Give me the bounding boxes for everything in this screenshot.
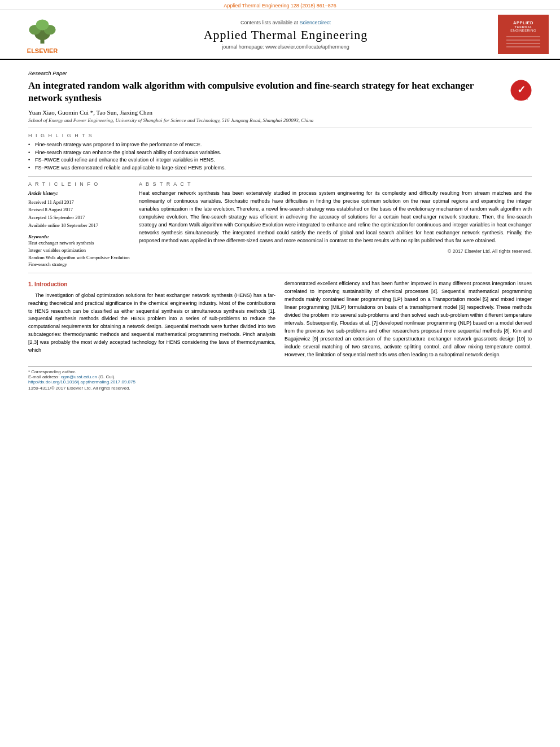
elsevier-tree-icon bbox=[23, 15, 62, 46]
issn-copyright: 1359-4311/© 2017 Elsevier Ltd. All right… bbox=[28, 386, 532, 391]
svg-text:CrossMark: CrossMark bbox=[514, 97, 528, 101]
corresponding-note: * Corresponding author. bbox=[28, 369, 76, 374]
cover-graphic bbox=[504, 32, 543, 49]
article-history: Article history: Received 11 April 2017 … bbox=[28, 190, 130, 229]
abstract-copyright: © 2017 Elsevier Ltd. All rights reserved… bbox=[139, 248, 532, 254]
paper-category-label: Research Paper bbox=[28, 70, 532, 76]
keyword-item: Heat exchanger network synthesis bbox=[28, 239, 130, 247]
doi-link[interactable]: http://dx.doi.org/10.1016/j.appthermalin… bbox=[28, 379, 532, 385]
email-label: E-mail address: bbox=[28, 374, 60, 379]
journal-title: Applied Thermal Engineering bbox=[73, 28, 498, 42]
paper-title-section: An integrated random walk algorithm with… bbox=[28, 80, 532, 104]
journal-cover-thumbnail: APPLIED THERMAL ENGINEERING bbox=[498, 15, 549, 54]
divider-2 bbox=[28, 176, 532, 177]
body-col-right: demonstrated excellent efficiency and ha… bbox=[285, 280, 532, 361]
keyword-item: Integer variables optimization bbox=[28, 247, 130, 254]
keywords-title: Keywords: bbox=[28, 234, 49, 239]
body-col-left: 1. Introduction The investigation of glo… bbox=[28, 280, 275, 361]
journal-banner-center: Contents lists available at ScienceDirec… bbox=[73, 20, 498, 50]
highlights-label: H I G H L I G H T S bbox=[28, 133, 532, 138]
article-info-label: A R T I C L E I N F O bbox=[28, 181, 130, 187]
keywords-section: Keywords: Heat exchanger network synthes… bbox=[28, 234, 130, 268]
divider-1 bbox=[28, 128, 532, 128]
journal-header-link[interactable]: Applied Thermal Engineering 128 (2018) 8… bbox=[224, 3, 336, 8]
highlights-section: H I G H L I G H T S Fine-search strategy… bbox=[28, 133, 532, 172]
article-info-col: A R T I C L E I N F O Article history: R… bbox=[28, 181, 130, 268]
intro-heading: 1. Introduction bbox=[28, 280, 275, 289]
highlights-list: Fine-search strategy was proposed to imp… bbox=[28, 141, 532, 172]
paper-container: Research Paper An integrated random walk… bbox=[0, 60, 560, 396]
svg-point-4 bbox=[36, 19, 49, 30]
body-two-column: 1. Introduction The investigation of glo… bbox=[28, 280, 532, 361]
paper-title: An integrated random walk algorithm with… bbox=[28, 80, 510, 104]
footnote-section: * Corresponding author. E-mail address: … bbox=[28, 366, 532, 391]
svg-text:✓: ✓ bbox=[517, 84, 526, 95]
available-date: Available online 18 September 2017 bbox=[28, 222, 98, 228]
history-title: Article history: bbox=[28, 190, 130, 198]
contents-label: Contents lists available at bbox=[240, 20, 298, 25]
article-info-abstract: A R T I C L E I N F O Article history: R… bbox=[28, 181, 532, 268]
highlight-item: Fine-search strategy was proposed to imp… bbox=[28, 141, 532, 149]
affiliation: School of Energy and Power Engineering, … bbox=[28, 117, 532, 123]
intro-para-1: The investigation of global optimization… bbox=[28, 292, 275, 355]
keyword-item: Random Walk algorithm with Compulsive Ev… bbox=[28, 254, 130, 261]
highlight-item: Fine-search strategy can enhance the glo… bbox=[28, 149, 532, 157]
email-link[interactable]: cgm@usst.edu.cn bbox=[61, 374, 97, 379]
authors: Yuan Xiao, Guomin Cui *, Tao Sun, Jiaxin… bbox=[28, 109, 532, 116]
abstract-col: A B S T R A C T Heat exchanger network s… bbox=[139, 181, 532, 268]
revised-date: Revised 8 August 2017 bbox=[28, 207, 73, 212]
email-person: (G. Cui). bbox=[98, 374, 115, 379]
journal-banner: ELSEVIER Contents lists available at Sci… bbox=[0, 10, 560, 60]
body-section: 1. Introduction The investigation of glo… bbox=[28, 280, 532, 361]
abstract-text: Heat exchanger network synthesis has bee… bbox=[139, 190, 532, 245]
intro-para-2: demonstrated excellent efficiency and ha… bbox=[285, 280, 532, 359]
highlight-item: FS–RWCE could refine and enhance the evo… bbox=[28, 156, 532, 164]
elsevier-wordmark: ELSEVIER bbox=[27, 47, 58, 54]
abstract-label: A B S T R A C T bbox=[139, 181, 532, 187]
keyword-item: Fine-search strategy bbox=[28, 261, 130, 268]
sciencedirect-link[interactable]: ScienceDirect bbox=[300, 20, 331, 25]
elsevier-logo: ELSEVIER bbox=[11, 15, 73, 54]
highlight-item: FS–RWCE was demonstrated reliable and ap… bbox=[28, 164, 532, 172]
received-date: Received 11 April 2017 bbox=[28, 199, 74, 205]
journal-header-bar: Applied Thermal Engineering 128 (2018) 8… bbox=[0, 0, 560, 10]
crossmark-badge: ✓ CrossMark bbox=[510, 80, 532, 102]
divider-3 bbox=[28, 273, 532, 273]
journal-homepage: journal homepage: www.elsevier.com/locat… bbox=[73, 44, 498, 50]
accepted-date: Accepted 15 September 2017 bbox=[28, 215, 85, 220]
